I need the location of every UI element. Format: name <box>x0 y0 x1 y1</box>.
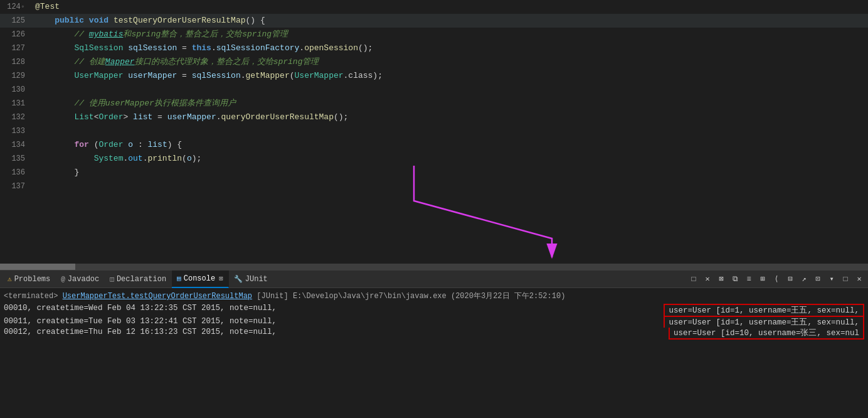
line-content-131: // 使用userMapper执行根据条件查询用户 <box>33 97 868 110</box>
toolbar-window-button[interactable]: □ <box>839 273 852 286</box>
line-number-134: 134 <box>0 138 33 152</box>
line-number-130: 130 <box>0 83 33 97</box>
line-content-134: for (Order o : list) { <box>33 138 868 152</box>
code-line-132: 132 List<Order> list = userMapper.queryO… <box>0 110 868 124</box>
console-output: 00010, createtime=Wed Feb 04 13:22:35 CS… <box>4 304 864 340</box>
code-lines: 124◦ @Test 125 public void testQueryOrde… <box>0 0 868 193</box>
tab-declaration[interactable]: ◫ Declaration <box>105 271 172 288</box>
tab-junit-label: JUnit <box>245 275 268 284</box>
console-line-1-left: 00010, createtime=Wed Feb 04 13:22:35 CS… <box>4 304 664 317</box>
code-line-127: 127 SqlSession sqlSession = this.sqlSess… <box>0 41 868 55</box>
tab-problems[interactable]: ⚠ Problems <box>3 271 56 288</box>
code-line-133: 133 <box>0 124 868 138</box>
editor-scrollbar[interactable] <box>0 264 868 270</box>
code-line-124: 124◦ @Test <box>0 0 868 14</box>
line-content-126: // mybatis和spring整合，整合之后，交给spring管理 <box>33 28 868 41</box>
line-content-129: UserMapper userMapper = sqlSession.getMa… <box>33 69 868 83</box>
bottom-toolbar: □ ✕ ⊠ ⧉ ≡ ⊞ ⟨ ⊟ ↗ ⊡ ▾ □ ✕ <box>687 273 865 286</box>
line-number-126: 126 <box>0 28 33 41</box>
code-line-130: 130 <box>0 83 868 97</box>
console-terminated-line: <terminated> UserMapperTest.testQueryOrd… <box>4 291 864 301</box>
line-number-128: 128 <box>0 55 33 69</box>
line-number-127: 127 <box>0 41 33 55</box>
code-line-136: 136 } <box>0 166 868 180</box>
code-line-131: 131 // 使用userMapper执行根据条件查询用户 <box>0 97 868 110</box>
toolbar-expand-button[interactable]: ↗ <box>798 273 810 286</box>
tab-console[interactable]: ▤ Console ⊠ <box>172 271 229 288</box>
line-content-135: System.out.println(o); <box>33 152 868 166</box>
toolbar-left-button[interactable]: ⟨ <box>770 273 783 286</box>
line-number-131: 131 <box>0 97 33 110</box>
line-number-124: 124◦ <box>0 0 33 14</box>
line-number-135: 135 <box>0 152 33 166</box>
code-line-135: 135 System.out.println(o); <box>0 152 868 166</box>
tab-declaration-label: Declaration <box>117 275 166 284</box>
toolbar-x-button[interactable]: ✕ <box>853 273 865 286</box>
console-tab-marker: ⊠ <box>219 274 223 282</box>
bottom-panel: ⚠ Problems @ Javadoc ◫ Declaration ▤ Con… <box>0 270 868 418</box>
toolbar-minus-button[interactable]: ⊟ <box>784 273 797 286</box>
tab-javadoc[interactable]: @ Javadoc <box>56 271 105 288</box>
console-test-link[interactable]: UserMapperTest.testQueryOrderUserResultM… <box>63 292 252 301</box>
line-content-127: SqlSession sqlSession = this.sqlSessionF… <box>33 41 868 55</box>
console-output-line-3: 00012, createtime=Thu Feb 12 16:13:23 CS… <box>4 328 864 340</box>
console-line-2-left: 00011, createtime=Tue Feb 03 13:22:41 CS… <box>4 317 664 328</box>
line-number-133: 133 <box>0 124 33 138</box>
line-content-130 <box>33 83 868 97</box>
console-output-line-1: 00010, createtime=Wed Feb 04 13:22:35 CS… <box>4 304 864 317</box>
code-editor[interactable]: 124◦ @Test 125 public void testQueryOrde… <box>0 0 868 264</box>
line-content-125: public void testQueryOrderUserResultMap(… <box>33 14 868 28</box>
problems-icon: ⚠ <box>8 275 12 283</box>
line-number-125: 125 <box>0 14 33 28</box>
toolbar-copy-button[interactable]: ⧉ <box>729 273 741 286</box>
junit-icon: 🔧 <box>234 275 243 283</box>
console-line-1-highlighted: user=User [id=1, username=王五, sex=null, <box>664 304 864 317</box>
code-line-125: 125 public void testQueryOrderUserResult… <box>0 14 868 28</box>
line-content-137 <box>33 180 868 193</box>
console-content: <terminated> UserMapperTest.testQueryOrd… <box>0 288 868 418</box>
toolbar-stop-button[interactable]: □ <box>687 273 700 286</box>
toolbar-menu-button[interactable]: ≡ <box>743 273 755 286</box>
console-line-3-left: 00012, createtime=Thu Feb 12 16:13:23 CS… <box>4 328 669 340</box>
line-content-136: } <box>33 166 868 180</box>
line-number-129: 129 <box>0 69 33 83</box>
code-line-128: 128 // 创建Mapper接口的动态代理对象，整合之后，交给spring管理 <box>0 55 868 69</box>
console-line-3-highlighted: user=User [id=10, username=张三, sex=nul <box>669 328 864 340</box>
line-content-124: @Test <box>33 0 868 14</box>
tab-javadoc-label: Javadoc <box>68 275 99 284</box>
line-content-132: List<Order> list = userMapper.queryOrder… <box>33 110 868 124</box>
line-number-136: 136 <box>0 166 33 180</box>
console-icon: ▤ <box>177 274 181 282</box>
toolbar-clear-button[interactable]: ⊠ <box>715 273 728 286</box>
javadoc-icon: @ <box>61 276 65 283</box>
tab-console-label: Console <box>184 274 215 283</box>
line-number-137: 137 <box>0 180 33 193</box>
code-line-134: 134 for (Order o : list) { <box>0 138 868 152</box>
tab-problems-label: Problems <box>14 275 51 284</box>
declaration-icon: ◫ <box>110 275 114 283</box>
console-output-line-2: 00011, createtime=Tue Feb 03 13:22:41 CS… <box>4 317 864 328</box>
line-content-133 <box>33 124 868 138</box>
editor-wrapper: 124◦ @Test 125 public void testQueryOrde… <box>0 0 868 270</box>
code-line-129: 129 UserMapper userMapper = sqlSession.g… <box>0 69 868 83</box>
editor-scrollbar-thumb <box>0 264 75 270</box>
line-content-128: // 创建Mapper接口的动态代理对象，整合之后，交给spring管理 <box>33 55 868 69</box>
bottom-tabs: ⚠ Problems @ Javadoc ◫ Declaration ▤ Con… <box>0 271 868 288</box>
toolbar-close-button[interactable]: ✕ <box>701 273 714 286</box>
console-line-2-highlighted: user=User [id=1, username=王五, sex=null, <box>664 317 864 328</box>
tab-junit[interactable]: 🔧 JUnit <box>229 271 273 288</box>
toolbar-grid-button[interactable]: ⊞ <box>756 273 769 286</box>
line-number-132: 132 <box>0 110 33 124</box>
toolbar-dot-button[interactable]: ⊡ <box>812 273 824 286</box>
toolbar-down-button[interactable]: ▾ <box>825 273 838 286</box>
code-line-137: 137 <box>0 180 868 193</box>
code-line-126: 126 // mybatis和spring整合，整合之后，交给spring管理 <box>0 28 868 41</box>
